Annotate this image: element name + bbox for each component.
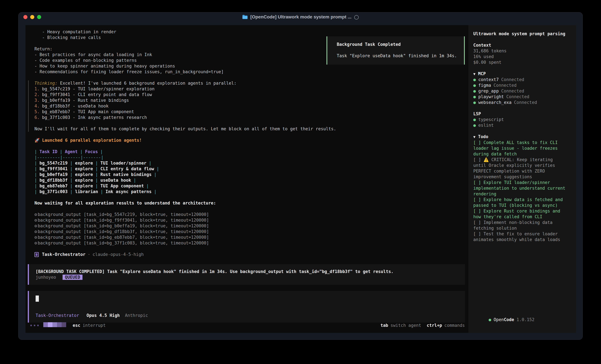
tool-call-text: background_output [task_id=bg_df18bb3f, …: [38, 229, 209, 234]
item-number: 3.: [34, 98, 40, 103]
tool-call-text: background_output [task_id=bg_37f1c003, …: [38, 240, 209, 245]
table-separator-row: |---------|-------|-------|: [34, 155, 468, 160]
item-number: 5.: [34, 109, 40, 114]
table-pipe: |: [34, 166, 37, 171]
table-pipe: |: [100, 149, 103, 154]
mcp-item: ●websearch_exaConnected: [473, 100, 571, 105]
tool-call-line: ⚙background_output [task_id=bg_df18bb3f,…: [34, 229, 468, 235]
chevron-down-icon[interactable]: ▼: [473, 135, 475, 139]
item-text: bg_f9ff3041 - CLI entry point and data f…: [42, 92, 152, 97]
table-row: |bg_37f1c003|librarian|Ink async pattern…: [34, 189, 468, 195]
cell-agent: librarian: [75, 189, 98, 194]
status-dot-icon: ●: [473, 77, 476, 82]
mcp-item: ●figmaConnected: [473, 83, 571, 88]
input-provider-name: Anthropic: [125, 313, 148, 318]
tool-call-line: ⚙background_output [task_id=bg_f9ff3041,…: [34, 217, 468, 223]
window-controls: [23, 15, 41, 19]
status-dot-icon: ●: [473, 83, 476, 88]
table-pipe: |: [34, 189, 37, 194]
gear-icon: ⚙: [34, 229, 37, 234]
table-pipe: |: [60, 149, 62, 154]
status-dot-icon: ●: [473, 117, 476, 122]
spinner-circle-icon: ◯: [354, 15, 359, 19]
rocket-icon: 🚀: [34, 138, 40, 143]
cell-agent: explore: [75, 161, 93, 165]
todo-item: [ ] Test the fix to ensure loader animat…: [473, 231, 568, 242]
table-pipe: |: [95, 161, 98, 165]
tool-call-text: background_output [task_id=bg_eb87ebb7, …: [38, 235, 209, 240]
context-heading: Context: [473, 42, 571, 48]
lsp-item: ●eslint: [473, 123, 571, 128]
table-pipe: |: [70, 183, 73, 188]
separator-dot: ·: [88, 252, 90, 257]
ctrlp-key-hint: ctrl+p: [427, 323, 442, 328]
cell-task-id: bg_df18bb3f: [40, 178, 68, 183]
spacer: [473, 128, 571, 134]
brand-name-bold: Code: [504, 317, 514, 322]
thinking-intro: Thinking: Excellent! I've launched 6 bac…: [34, 80, 468, 86]
item-text: bg_eb87ebb7 - TUI App main component: [42, 109, 134, 114]
mcp-item: ●grep_appConnected: [473, 88, 571, 94]
app-window: [OpenCode] Ultrawork mode system prompt …: [18, 12, 583, 340]
thinking-item: 6.bg_37f1c003 - Ink async patterns resea…: [34, 115, 468, 120]
thinking-intro-text: Excellent! I've launched 6 background ex…: [58, 81, 237, 86]
status-dot-icon: ●: [473, 123, 476, 128]
tool-call-line: ⚙background_output [task_id=bg_b0effa19,…: [34, 223, 468, 229]
prompt-input-box[interactable]: Task-Orchestrator Opus 4.5 High Anthropi…: [28, 291, 465, 323]
cell-focus: Ink async patterns: [106, 189, 151, 194]
thinking-item: 3.bg_b0effa19 - Rust native bindings: [34, 97, 468, 103]
thinking-outro: Now I'll wait for all of them to complet…: [34, 126, 468, 132]
chevron-down-icon[interactable]: ▼: [473, 72, 475, 76]
thinking-item: 2.bg_f9ff3041 - CLI entry point and data…: [34, 92, 468, 97]
table-header-row: |Task ID|Agent|Focus|: [34, 149, 468, 155]
todo-item: [ ] Explore how data is fetched and pass…: [473, 197, 568, 208]
gear-icon: ⚙: [34, 240, 37, 245]
queued-badge: QUEUED: [62, 275, 82, 280]
item-text: bg_df18bb3f - useData hook: [42, 104, 109, 108]
todo-heading: Todo: [478, 134, 488, 139]
table-pipe: |: [95, 178, 98, 183]
table-header: Task ID: [40, 149, 58, 154]
tool-call-text: background_output [task_id=bg_5547c219, …: [38, 212, 209, 217]
spacer: [34, 120, 468, 126]
spacer: [25, 75, 468, 80]
notification-toast[interactable]: Background Task Completed Task "Explore …: [326, 36, 465, 65]
folder-icon: [242, 15, 248, 19]
mcp-status: Connected: [501, 77, 524, 82]
todo-item: [ ] Implement non-blocking data fetching…: [473, 220, 568, 231]
table-pipe: |: [34, 178, 37, 183]
input-model-name[interactable]: Opus 4.5 High: [87, 313, 120, 318]
minimize-button[interactable]: [30, 15, 34, 19]
input-agent-name[interactable]: Task-Orchestrator: [36, 313, 79, 318]
context-spent: $0.00 spent: [473, 59, 571, 65]
item-number: 1.: [34, 86, 40, 91]
thinking-item: 5.bg_eb87ebb7 - TUI App main component: [34, 109, 468, 115]
thinking-block: Thinking: Excellent! I've launched 6 bac…: [28, 80, 468, 132]
table-row: |bg_5547c219|explore|TUI loader/spinner|: [34, 160, 468, 166]
lsp-name: eslint: [478, 123, 494, 128]
notification-title: Background Task Completed: [337, 42, 464, 47]
sidebar: Ultrawork mode system prompt parsing Con…: [468, 25, 576, 333]
spacer: [25, 206, 468, 212]
gear-icon: ⚙: [34, 235, 37, 240]
close-button[interactable]: [23, 15, 27, 19]
titlebar[interactable]: [OpenCode] Ultrawork mode system prompt …: [19, 12, 582, 21]
cell-agent: explore: [75, 166, 93, 171]
table-pipe: |: [70, 172, 73, 177]
table-pipe: |: [134, 178, 136, 183]
todo-item: [ ] ⚠️ CRITICAL: Keep iterating until Or…: [473, 157, 568, 180]
sidebar-scroll-area[interactable]: Ultrawork mode system prompt parsing Con…: [468, 25, 576, 333]
conversation-scroll-area[interactable]: - Heavy computation in render - Blocking…: [25, 25, 468, 333]
mcp-name: context7: [478, 77, 499, 82]
input-footer: Task-Orchestrator Opus 4.5 High Anthropi…: [36, 313, 458, 318]
background-task-completed-box: [BACKGROUND TASK COMPLETED] Task "Explor…: [28, 264, 465, 285]
tab-key-hint: tab: [381, 323, 388, 328]
tool-call-line: ⚙background_output [task_id=bg_5547c219,…: [34, 212, 468, 217]
mcp-section-header[interactable]: ▼MCP: [473, 71, 571, 77]
todo-section-header[interactable]: ▼Todo: [473, 134, 571, 140]
context-tokens: 31,686 tokens: [473, 48, 571, 54]
mcp-name: figma: [478, 83, 491, 88]
mcp-name: websearch_exa: [478, 100, 512, 105]
zoom-button[interactable]: [37, 15, 41, 19]
input-line[interactable]: [36, 296, 458, 302]
